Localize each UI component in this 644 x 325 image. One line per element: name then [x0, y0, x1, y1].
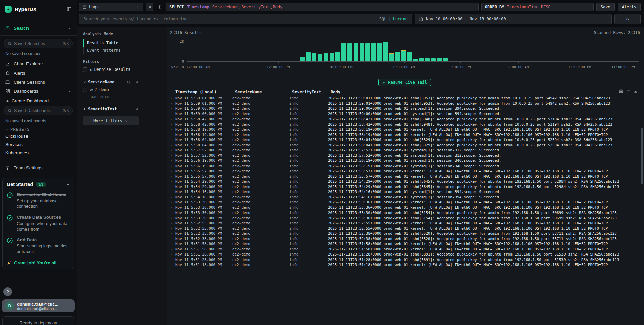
chart-plot-area[interactable]: [187, 41, 639, 62]
table-row[interactable]: › Nov 11 5:56:19.000 PM ec2-demo info 20…: [169, 158, 640, 164]
event-search-input[interactable]: Search your events w/ Lucene ex. column:…: [79, 14, 412, 24]
saved-dashboards-input[interactable]: Saved Dashboards ⌘K: [4, 106, 73, 115]
table-row[interactable]: › Nov 11 5:52:55.000 PM ec2-demo info 20…: [169, 221, 640, 226]
chart-bar[interactable]: [365, 43, 370, 61]
column-header-severitytext[interactable]: ⋮SeverityText: [289, 89, 328, 95]
chart-bar[interactable]: [437, 58, 442, 61]
chart-bar[interactable]: [354, 43, 358, 61]
chart-bar[interactable]: [324, 53, 328, 61]
sidebar-item-preset-kubernetes[interactable]: Kubernetes: [0, 149, 77, 157]
filter-search-icon[interactable]: [127, 80, 130, 84]
table-row[interactable]: › Nov 11 5:54:16.000 PM ec2-demo info 20…: [169, 195, 640, 200]
sidebar-collapse-icon[interactable]: [66, 7, 72, 12]
column-header-body[interactable]: ⋮Body: [328, 89, 640, 95]
get-started-step[interactable]: Add Data Start sending logs, metrics, or…: [7, 237, 70, 255]
table-row[interactable]: › Nov 11 5:55:57.000 PM ec2-demo info 20…: [169, 169, 640, 174]
row-expand-chevron-icon[interactable]: ›: [169, 210, 173, 216]
table-row[interactable]: › Nov 11 5:53:36.000 PM ec2-demo info 20…: [169, 205, 640, 211]
row-expand-chevron-icon[interactable]: ›: [169, 216, 173, 221]
sidebar-item-alerts[interactable]: Alerts: [0, 68, 77, 78]
row-expand-chevron-icon[interactable]: ›: [169, 184, 173, 190]
presets-group-toggle[interactable]: PRESETS: [0, 124, 77, 132]
row-expand-chevron-icon[interactable]: ›: [169, 111, 173, 117]
chart-bar[interactable]: [413, 59, 418, 61]
row-expand-chevron-icon[interactable]: ›: [169, 247, 173, 252]
sidebar-item-team-settings[interactable]: Team Settings: [0, 163, 77, 172]
table-row[interactable]: › Nov 11 5:55:57.000 PM ec2-demo info 20…: [169, 174, 640, 179]
row-expand-chevron-icon[interactable]: ›: [169, 117, 173, 122]
chart-bar[interactable]: [347, 43, 352, 61]
chart-bar[interactable]: [389, 54, 394, 61]
order-by-input[interactable]: ORDER BYTimestampTime DESC: [481, 3, 594, 11]
table-row[interactable]: › Nov 11 5:59:01.000 PM ec2-demo info 20…: [169, 101, 640, 106]
vertical-scrollbar[interactable]: [641, 128, 643, 184]
filter-group-servicename[interactable]: ServiceName: [83, 80, 139, 84]
chart-bar[interactable]: [371, 43, 376, 61]
checkbox[interactable]: [83, 88, 87, 92]
column-resize-handle[interactable]: ⋮: [232, 90, 233, 94]
row-expand-chevron-icon[interactable]: ›: [169, 137, 173, 143]
chart-bar[interactable]: [306, 52, 310, 61]
table-row[interactable]: › Nov 11 5:52:55.000 PM ec2-demo info 20…: [169, 226, 640, 231]
column-resize-handle[interactable]: ⋮: [328, 90, 329, 94]
download-icon[interactable]: [634, 89, 638, 93]
row-expand-chevron-icon[interactable]: ›: [169, 174, 173, 179]
table-row[interactable]: › Nov 11 5:59:00.000 PM ec2-demo info 20…: [169, 111, 640, 117]
table-row[interactable]: › Nov 11 5:52:38.000 PM ec2-demo info 20…: [169, 236, 640, 242]
table-row[interactable]: › Nov 11 5:54:16.000 PM ec2-demo info 20…: [169, 189, 640, 195]
sidebar-item-preset-clickhouse[interactable]: ClickHouse: [0, 132, 77, 140]
chart-bar[interactable]: [395, 52, 400, 61]
mode-event-patterns[interactable]: Event Patterns: [83, 47, 139, 54]
row-expand-chevron-icon[interactable]: ›: [169, 148, 173, 153]
alerts-button[interactable]: Alerts: [618, 3, 641, 11]
more-filters-button[interactable]: More filters: [83, 116, 139, 125]
chart-bar[interactable]: [443, 58, 448, 61]
row-expand-chevron-icon[interactable]: ›: [169, 127, 173, 132]
checkbox[interactable]: [83, 67, 87, 72]
get-started-step[interactable]: Connect to ClickHouse Set up your databa…: [7, 191, 70, 210]
source-edit-button[interactable]: [146, 3, 153, 11]
row-expand-chevron-icon[interactable]: ›: [169, 236, 173, 242]
table-row[interactable]: › Nov 11 5:53:36.000 PM ec2-demo info 20…: [169, 200, 640, 205]
row-expand-chevron-icon[interactable]: ›: [169, 241, 173, 247]
chevron-up-icon[interactable]: [66, 182, 70, 186]
chart-bar[interactable]: [425, 58, 430, 61]
load-more-button[interactable]: Load more: [84, 94, 139, 99]
filter-group-severitytext[interactable]: SeverityText: [83, 107, 139, 111]
table-row[interactable]: › Nov 11 5:58:04.000 PM ec2-demo info 20…: [169, 137, 640, 143]
table-row[interactable]: › Nov 11 5:54:29.000 PM ec2-demo info 20…: [169, 179, 640, 184]
row-expand-chevron-icon[interactable]: ›: [169, 96, 173, 101]
row-expand-chevron-icon[interactable]: ›: [169, 169, 173, 174]
chart-bar[interactable]: [360, 43, 364, 61]
saved-searches-input[interactable]: Saved Searches ⌘K: [4, 39, 73, 48]
chevron-up-icon[interactable]: [68, 89, 72, 93]
chart-bar[interactable]: [401, 51, 406, 61]
table-row[interactable]: › Nov 11 5:59:00.000 PM ec2-demo info 20…: [169, 106, 640, 111]
chart-bar[interactable]: [318, 54, 322, 61]
row-expand-chevron-icon[interactable]: ›: [169, 132, 173, 138]
table-row[interactable]: › Nov 11 5:52:38.000 PM ec2-demo info 20…: [169, 231, 640, 236]
chart-bar[interactable]: [300, 57, 305, 61]
table-row[interactable]: › Nov 11 5:58:42.000 PM ec2-demo info 20…: [169, 122, 640, 127]
row-expand-chevron-icon[interactable]: ›: [169, 221, 173, 226]
row-expand-chevron-icon[interactable]: ›: [169, 252, 173, 257]
column-header-servicename[interactable]: ⋮ServiceName: [232, 89, 289, 95]
table-row[interactable]: › Nov 11 5:56:19.000 PM ec2-demo info 20…: [169, 164, 640, 169]
chart-bar[interactable]: [335, 52, 340, 61]
sidebar-item-chart-explorer[interactable]: Chart Explorer: [0, 59, 77, 68]
row-expand-chevron-icon[interactable]: ›: [169, 158, 173, 164]
column-resize-handle[interactable]: ⋮: [289, 90, 290, 94]
table-row[interactable]: › Nov 11 5:51:58.000 PM ec2-demo info 20…: [169, 241, 640, 247]
chart-bar[interactable]: [377, 43, 382, 61]
view-source-code-icon[interactable]: [619, 89, 623, 93]
column-settings-icon[interactable]: [626, 89, 631, 93]
mode-results-table[interactable]: Results Table: [83, 39, 139, 47]
table-row[interactable]: › Nov 11 5:57:52.000 PM ec2-demo info 20…: [169, 153, 640, 158]
denoise-results-checkbox-row[interactable]: ◐ Denoise Results: [83, 67, 139, 72]
date-range-picker[interactable]: Nov 10 00:00:00 - Nov 13 00:00:00: [415, 14, 612, 24]
sidebar-item-preset-services[interactable]: Services: [0, 140, 77, 149]
table-row[interactable]: › Nov 11 5:58:04.000 PM ec2-demo info 20…: [169, 143, 640, 148]
row-expand-chevron-icon[interactable]: ›: [169, 122, 173, 127]
chart-bar[interactable]: [383, 42, 388, 61]
table-row[interactable]: › Nov 11 5:59:01.000 PM ec2-demo info 20…: [169, 96, 640, 101]
